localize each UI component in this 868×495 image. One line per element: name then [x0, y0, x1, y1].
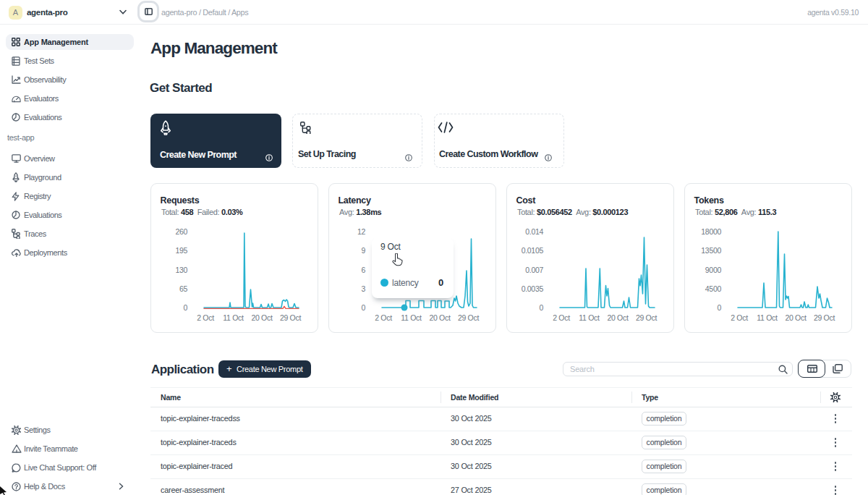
svg-text:0: 0: [361, 303, 365, 312]
svg-text:11 Oct: 11 Oct: [223, 313, 244, 322]
svg-text:29 Oct: 29 Oct: [636, 313, 658, 322]
svg-text:29 Oct: 29 Oct: [280, 313, 302, 322]
svg-text:0: 0: [717, 303, 721, 312]
svg-text:130: 130: [175, 266, 187, 274]
svg-text:0.0105: 0.0105: [522, 246, 544, 255]
svg-text:0.0035: 0.0035: [522, 284, 544, 293]
svg-text:2 Oct: 2 Oct: [375, 313, 392, 322]
svg-text:29 Oct: 29 Oct: [458, 313, 480, 322]
svg-text:11 Oct: 11 Oct: [579, 313, 600, 322]
svg-text:4500: 4500: [705, 284, 722, 293]
svg-text:9: 9: [361, 246, 365, 255]
svg-text:18000: 18000: [701, 227, 721, 236]
svg-text:3: 3: [361, 284, 365, 293]
svg-text:195: 195: [175, 246, 187, 255]
svg-text:2 Oct: 2 Oct: [731, 313, 748, 322]
svg-text:2 Oct: 2 Oct: [553, 313, 570, 322]
svg-text:2 Oct: 2 Oct: [197, 313, 214, 322]
svg-text:0.014: 0.014: [525, 227, 543, 236]
svg-text:20 Oct: 20 Oct: [785, 313, 807, 322]
svg-text:0: 0: [539, 303, 543, 312]
svg-text:0.007: 0.007: [525, 266, 543, 274]
svg-text:260: 260: [175, 227, 187, 236]
svg-text:0: 0: [183, 303, 187, 312]
svg-text:20 Oct: 20 Oct: [251, 313, 273, 322]
svg-text:9000: 9000: [705, 266, 722, 274]
svg-text:12: 12: [357, 227, 366, 236]
svg-text:6: 6: [361, 266, 365, 274]
svg-text:65: 65: [179, 284, 188, 293]
svg-text:11 Oct: 11 Oct: [757, 313, 778, 322]
svg-text:29 Oct: 29 Oct: [814, 313, 835, 322]
svg-text:20 Oct: 20 Oct: [607, 313, 629, 322]
svg-text:20 Oct: 20 Oct: [429, 313, 451, 322]
svg-text:13500: 13500: [701, 246, 721, 255]
svg-text:11 Oct: 11 Oct: [401, 313, 422, 322]
